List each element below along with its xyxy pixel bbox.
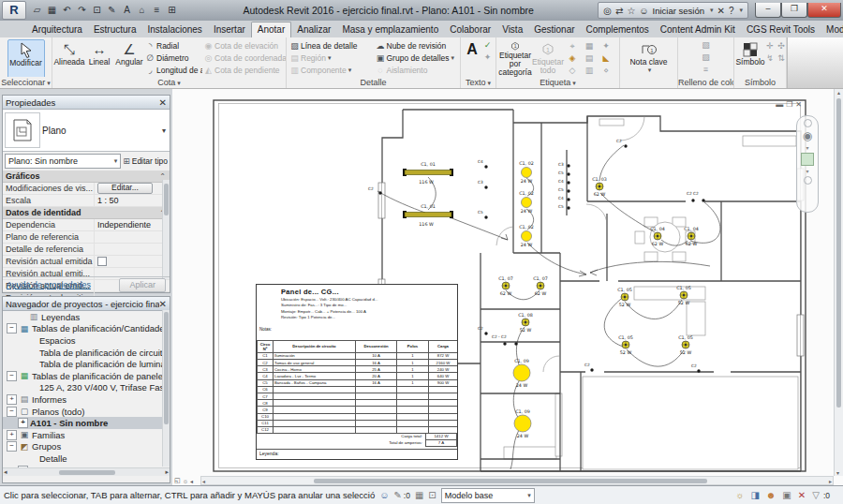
checkbox[interactable] bbox=[97, 257, 107, 266]
duct-legend-icon[interactable]: ▧ bbox=[699, 39, 714, 52]
canvas-hscrollbar[interactable]: ◂▸ bbox=[200, 476, 834, 485]
view-restore-icon[interactable]: ❐ bbox=[786, 100, 792, 109]
cota-de-pendiente-button[interactable]: ◭Cota de pendiente bbox=[202, 64, 286, 76]
panel-label-etiqueta[interactable]: Etiqueta▾ bbox=[496, 77, 619, 88]
properties-scrollbar[interactable] bbox=[162, 180, 170, 279]
tag-view-icon[interactable]: ◇ bbox=[564, 65, 581, 77]
apply-button[interactable]: Aplicar bbox=[119, 278, 166, 292]
tab-gestionar[interactable]: Gestionar bbox=[528, 22, 580, 37]
alineada-button[interactable]: ⤡Alineada bbox=[54, 39, 84, 77]
view-minimize-icon[interactable]: ▬ bbox=[776, 100, 783, 109]
design-options-pick-icon[interactable]: ⊡ bbox=[428, 490, 436, 500]
browser-item-125-a-230-v-400-v-trifase-fase-4-cables[interactable]: 125 A, 230 V/400 V, Trifase Fase, 4 Cabl… bbox=[3, 382, 170, 394]
tag-space-icon[interactable]: ▦ bbox=[581, 40, 598, 52]
editar-button[interactable]: Editar... bbox=[97, 183, 153, 194]
filter-icon[interactable]: ▽ bbox=[812, 490, 820, 500]
tab-arquitectura[interactable]: Arquitectura bbox=[26, 22, 88, 37]
browser-item-planos-todo[interactable]: −▢Planos (todo) bbox=[3, 406, 170, 418]
browser-item-informes[interactable]: +▤Informes bbox=[3, 393, 170, 406]
tag-stair-icon[interactable]: ▥ bbox=[581, 65, 598, 77]
save-icon[interactable]: ▦ bbox=[45, 3, 59, 18]
exchange-apps-icon[interactable]: ✕ bbox=[717, 6, 725, 16]
exchange-icon[interactable]: ⇄ bbox=[615, 6, 623, 16]
browser-item-tablas-de-planificaci-n-cantidades[interactable]: −▦Tablas de planificación/Cantidades bbox=[3, 323, 170, 335]
panel-label-texto[interactable]: Texto▾ bbox=[461, 77, 495, 88]
di-metro-button[interactable]: ∅Diámetro bbox=[144, 52, 202, 64]
design-option-select[interactable]: Modelo base▾ bbox=[441, 488, 535, 503]
search-icon[interactable]: ◎ bbox=[603, 6, 612, 16]
browser-item-tabla-de-planificaci-n-de-luminarias[interactable]: Tabla de planificación de luminarias bbox=[3, 358, 170, 370]
signin-dropdown-icon[interactable]: ▾ bbox=[710, 7, 714, 14]
redo-icon[interactable]: ↷ bbox=[75, 3, 89, 18]
expander-icon[interactable]: + bbox=[7, 394, 17, 405]
measure-icon[interactable]: ✎ bbox=[105, 3, 119, 18]
browser-item-espacios[interactable]: Espacios bbox=[3, 334, 170, 347]
tab-instalaciones[interactable]: Instalaciones bbox=[142, 22, 208, 37]
visual-style-icon[interactable]: ☼ bbox=[183, 478, 188, 484]
symbol-button[interactable]: Símbolo bbox=[736, 39, 764, 77]
close-button[interactable]: ✕ bbox=[807, 3, 841, 18]
color-fill-legend-icon[interactable]: ≡ bbox=[699, 64, 714, 76]
span-direction-icon[interactable]: ✛ bbox=[764, 40, 776, 52]
browser-item-detalle[interactable]: Detalle bbox=[3, 452, 170, 465]
properties-close-icon[interactable]: ✕ bbox=[159, 97, 167, 108]
tab-content-admin-kit[interactable]: Content Admin Kit bbox=[655, 22, 741, 37]
beam-annotation-icon[interactable]: ✣ bbox=[776, 40, 786, 52]
tag-multi-icon[interactable]: ▤ bbox=[581, 52, 598, 65]
browser-close-icon[interactable]: ✕ bbox=[159, 299, 167, 309]
view-close-icon[interactable]: ✕ bbox=[795, 100, 802, 109]
canvas-vscrollbar[interactable]: ▴ ▾ bbox=[834, 89, 843, 476]
expander-icon[interactable]: + bbox=[7, 430, 17, 440]
aislamiento-button[interactable]: ◌Aislamiento bbox=[375, 64, 459, 76]
browser-hscrollbar[interactable]: ◂▸ bbox=[3, 467, 170, 476]
lineal-button[interactable]: ↔Lineal bbox=[84, 39, 114, 77]
tag-all-button[interactable]: 1 Etiquetar todo bbox=[532, 39, 564, 77]
navbar-top-button[interactable] bbox=[804, 119, 812, 127]
tab-modificar[interactable]: Modificar bbox=[821, 22, 843, 37]
worksets-icon[interactable]: ✎ bbox=[393, 490, 401, 500]
radial-button[interactable]: ◝Radial bbox=[144, 39, 202, 52]
type-selector[interactable]: Plano ▾ bbox=[3, 110, 170, 152]
reveal-hidden-elements-icon[interactable]: ☼ bbox=[735, 490, 744, 500]
signin-button[interactable]: Iniciar sesión bbox=[653, 6, 704, 16]
zoom-icon[interactable] bbox=[801, 153, 814, 166]
tab-vista[interactable]: Vista bbox=[496, 22, 528, 37]
expander-icon[interactable]: − bbox=[7, 323, 17, 334]
componente-button[interactable]: ▥Componente▾ bbox=[288, 64, 375, 76]
section-icon[interactable]: ≡ bbox=[150, 3, 164, 18]
cota-de-elevaci-n-button[interactable]: ◉Cota de elevación bbox=[202, 39, 286, 52]
tab-masa-y-emplazamiento[interactable]: Masa y emplazamiento bbox=[336, 22, 444, 37]
keynote-button[interactable]: 1 Nota clave ▾ bbox=[626, 39, 673, 77]
tag-material-icon[interactable]: ◈ bbox=[564, 52, 581, 65]
browser-item-a101-sin-nombre[interactable]: +A101 - Sin nombre bbox=[3, 417, 170, 429]
tab-colaborar[interactable]: Colaborar bbox=[444, 22, 496, 37]
help-icon[interactable]: ? bbox=[729, 6, 734, 16]
tab-estructura[interactable]: Estructura bbox=[88, 22, 142, 37]
stair-path-icon[interactable]: ⇅ bbox=[776, 52, 786, 65]
exclude-options-icon[interactable]: ✕ bbox=[798, 490, 806, 500]
tab-complementos[interactable]: Complementos bbox=[581, 22, 655, 37]
panel-label-detalle[interactable]: Detalle bbox=[287, 77, 460, 88]
drawing-canvas[interactable]: C2C4C3C5C3C5C4C5C4C5C2C2 C2C2 - C2C2C2C2… bbox=[172, 89, 843, 485]
tag-path-icon[interactable]: ⋄ bbox=[598, 65, 614, 77]
browser-item-leyendas[interactable]: ▥Leyendas bbox=[3, 311, 170, 323]
tag-by-category-button[interactable]: 1 Etiquetar por categoría bbox=[498, 39, 532, 77]
tag-room-icon[interactable]: ⌖ bbox=[564, 40, 581, 52]
edit-type-button[interactable]: ⊞ Editar tipo bbox=[123, 156, 168, 166]
type-selector-dropdown-icon[interactable]: ▾ bbox=[162, 126, 166, 135]
find-replace-icon[interactable]: ✦ bbox=[481, 52, 494, 64]
cota-de-coordenadas-de-punto-button[interactable]: ◎Cota de coordenadas de punto bbox=[202, 52, 286, 64]
browser-item-tablas-de-planificaci-n-de-paneles[interactable]: −▦Tablas de planificación de paneles bbox=[3, 370, 170, 382]
revit-app-menu-button[interactable]: R bbox=[2, 1, 26, 20]
design-options-icon[interactable]: ▦ bbox=[415, 490, 423, 500]
panel-label-cota[interactable]: Cota▾ bbox=[52, 77, 286, 88]
tab-anotar[interactable]: Anotar bbox=[251, 22, 291, 37]
section-datos-de-identidad[interactable]: Datos de identidad⌃ bbox=[3, 207, 170, 219]
undo-icon[interactable]: ↶ bbox=[60, 3, 74, 18]
instance-selector[interactable]: Plano: Sin nombre▾ bbox=[5, 154, 121, 169]
regi-n-button[interactable]: ▤Región▾ bbox=[288, 52, 375, 64]
expander-icon[interactable]: − bbox=[7, 407, 17, 417]
modify-button[interactable]: Modificar bbox=[7, 39, 45, 77]
restore-button[interactable]: ❐ bbox=[781, 3, 807, 18]
spell-check-icon[interactable]: ✓ bbox=[481, 39, 494, 52]
